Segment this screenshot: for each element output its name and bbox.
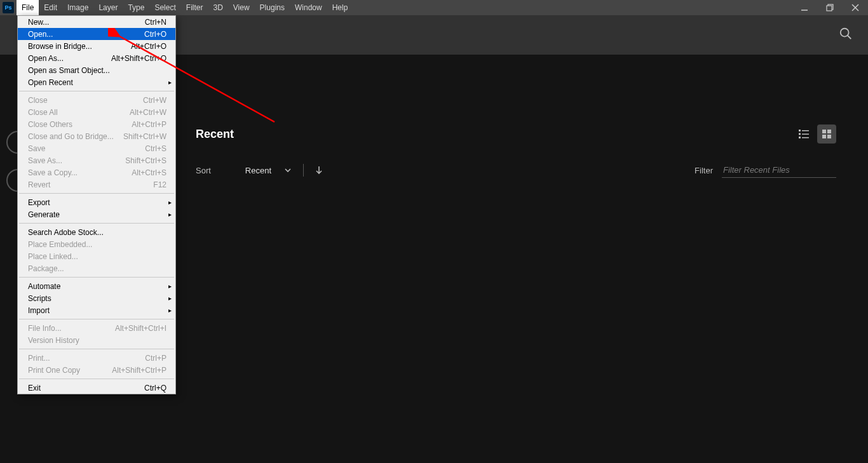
svg-line-6 [848,36,851,39]
menu-item-shortcut: Alt+Ctrl+P [132,120,166,129]
file-menu-save-a-copy: Save a Copy...Alt+Ctrl+S [18,166,175,178]
file-menu-open-as[interactable]: Open As...Alt+Shift+Ctrl+O [18,52,175,64]
menu-item-shortcut: Shift+Ctrl+W [123,132,166,141]
menu-item-shortcut: Ctrl+Q [144,384,166,393]
window-restore-button[interactable] [817,0,843,15]
menu-separator [19,193,174,194]
svg-rect-15 [822,135,826,138]
svg-rect-2 [827,6,832,11]
file-menu-open[interactable]: Open...Ctrl+O [18,28,175,40]
file-menu-open-recent[interactable]: Open Recent [18,76,175,88]
menu-item-label: Save As... [28,156,125,165]
menu-image[interactable]: Image [62,0,93,15]
menu-item-label: Automate [28,282,166,291]
menu-item-label: Scripts [28,294,166,303]
file-menu-exit[interactable]: ExitCtrl+Q [18,382,175,394]
svg-rect-9 [799,133,801,135]
menu-item-label: Exit [28,384,144,393]
menu-help[interactable]: Help [327,0,353,15]
menu-item-shortcut: Ctrl+W [143,96,166,105]
menu-item-label: New... [28,18,145,27]
svg-rect-16 [827,135,831,138]
sort-dropdown[interactable]: Recent [245,166,292,175]
file-menu-new[interactable]: New...Ctrl+N [18,16,175,28]
menu-separator [19,223,174,224]
file-menu-close: CloseCtrl+W [18,94,175,106]
file-menu-place-linked: Place Linked... [18,250,175,262]
menu-item-label: Import [28,306,166,315]
menu-item-label: Version History [28,336,166,345]
view-list-button[interactable] [794,124,813,144]
file-menu-scripts[interactable]: Scripts [18,292,175,304]
menu-item-shortcut: Alt+Ctrl+S [132,168,166,177]
menu-item-shortcut: Alt+Shift+Ctrl+O [111,54,166,63]
svg-rect-11 [799,137,801,138]
view-grid-button[interactable] [817,124,836,144]
menu-separator [19,91,174,91]
menu-item-label: Close [28,96,143,105]
file-menu-file-info: File Info...Alt+Shift+Ctrl+I [18,322,175,334]
menu-item-label: Close Others [28,120,132,129]
menu-item-label: Close and Go to Bridge... [28,132,123,141]
menu-item-label: Save [28,144,145,153]
menu-item-label: Place Embedded... [28,240,166,249]
menu-item-shortcut: Alt+Ctrl+O [131,42,166,51]
menu-item-label: Open as Smart Object... [28,66,166,75]
menu-window[interactable]: Window [290,0,327,15]
recent-title: Recent [196,128,234,141]
file-menu-close-others: Close OthersAlt+Ctrl+P [18,118,175,130]
menu-item-label: Close All [28,108,130,117]
svg-rect-7 [799,130,801,131]
menu-select[interactable]: Select [149,0,180,15]
sort-value-text: Recent [245,166,271,175]
filter-input[interactable] [722,163,836,178]
window-minimize-button[interactable] [792,0,817,15]
file-menu-dropdown: New...Ctrl+NOpen...Ctrl+OBrowse in Bridg… [17,15,176,394]
svg-rect-14 [827,130,831,133]
file-menu-browse-in-bridge[interactable]: Browse in Bridge...Alt+Ctrl+O [18,40,175,52]
file-menu-import[interactable]: Import [18,304,175,316]
menu-item-label: Package... [28,264,166,273]
file-menu-export[interactable]: Export [18,196,175,208]
app-logo-icon: Ps [3,2,14,13]
file-menu-save: SaveCtrl+S [18,142,175,154]
menu-separator [19,319,174,319]
svg-rect-8 [802,130,809,131]
file-menu-print-one-copy: Print One CopyAlt+Shift+Ctrl+P [18,364,175,376]
vertical-divider [303,164,304,177]
menu-item-label: Browse in Bridge... [28,42,131,51]
menu-3d[interactable]: 3D [208,0,227,15]
file-menu-print: Print...Ctrl+P [18,352,175,364]
menu-type[interactable]: Type [123,0,149,15]
menu-separator [19,379,174,379]
file-menu-version-history: Version History [18,334,175,346]
window-close-button[interactable] [843,0,868,15]
menu-item-shortcut: Shift+Ctrl+S [125,156,166,165]
menu-view[interactable]: View [228,0,255,15]
menu-plugins[interactable]: Plugins [255,0,290,15]
file-menu-open-as-smart-object[interactable]: Open as Smart Object... [18,64,175,76]
menu-item-label: Revert [28,180,153,189]
menu-separator [19,349,174,349]
menu-filter[interactable]: Filter [181,0,208,15]
menu-item-shortcut: Ctrl+S [145,144,166,153]
menu-item-shortcut: F12 [153,180,166,189]
svg-rect-10 [802,134,809,135]
svg-point-5 [841,29,849,37]
menu-edit[interactable]: Edit [39,0,62,15]
file-menu-automate[interactable]: Automate [18,280,175,292]
sort-direction-button[interactable] [315,166,323,175]
file-menu-search-adobe-stock[interactable]: Search Adobe Stock... [18,226,175,238]
file-menu-close-and-go-to-bridge: Close and Go to Bridge...Shift+Ctrl+W [18,130,175,142]
file-menu-revert: RevertF12 [18,178,175,191]
menu-layer[interactable]: Layer [93,0,123,15]
svg-rect-12 [802,137,809,138]
menu-file[interactable]: File [17,0,39,15]
file-menu-generate[interactable]: Generate [18,208,175,220]
search-icon[interactable] [839,27,853,41]
menu-item-label: Open As... [28,54,111,63]
window-controls [792,0,868,15]
menu-separator [19,277,174,278]
filter-label: Filter [695,166,713,175]
menu-item-shortcut: Alt+Shift+Ctrl+P [112,366,166,375]
